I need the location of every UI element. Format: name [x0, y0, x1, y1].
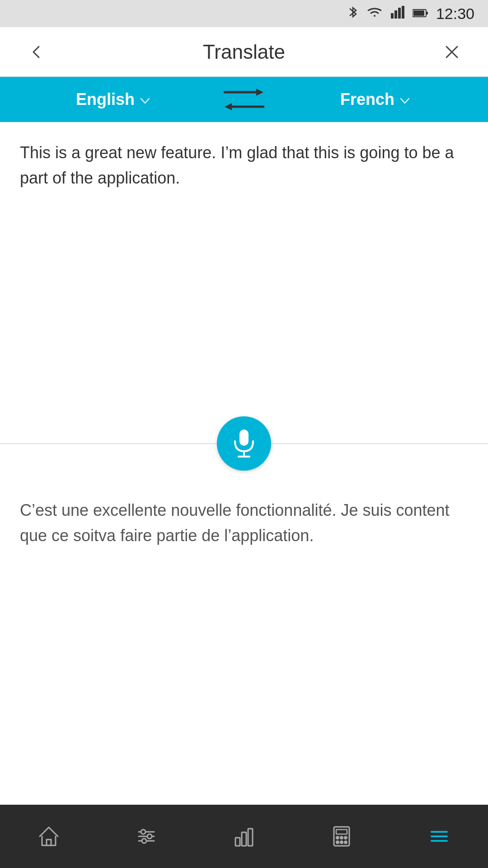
nav-item-charts[interactable]: [219, 821, 269, 852]
svg-rect-25: [235, 838, 240, 846]
target-language-chevron: [400, 93, 410, 107]
bluetooth-icon: [347, 5, 358, 23]
nav-item-calculator[interactable]: [317, 821, 366, 852]
nav-item-filters[interactable]: [122, 821, 171, 852]
status-bar: 12:30: [0, 0, 488, 27]
page-title: Translate: [54, 41, 434, 63]
svg-point-23: [147, 834, 152, 839]
svg-marker-10: [256, 89, 263, 96]
translation-text: C’est une excellente nouvelle fonctionna…: [20, 498, 468, 548]
svg-point-32: [345, 837, 347, 839]
swap-button[interactable]: [217, 88, 271, 111]
back-button[interactable]: [18, 39, 54, 65]
svg-rect-26: [242, 832, 246, 846]
target-language-selector[interactable]: French: [271, 85, 479, 113]
source-text: This is a great new feature. I’m glad th…: [20, 140, 468, 191]
svg-point-30: [337, 837, 339, 839]
status-icons: 12:30: [347, 5, 474, 23]
source-language-selector[interactable]: English: [9, 85, 217, 113]
mic-divider-section: [0, 407, 488, 480]
wifi-icon: [366, 6, 383, 22]
top-bar: Translate: [0, 27, 488, 77]
microphone-icon: [230, 428, 258, 459]
svg-rect-6: [413, 10, 424, 16]
svg-rect-0: [391, 13, 394, 19]
nav-item-menu[interactable]: [414, 821, 464, 852]
svg-point-33: [337, 841, 339, 844]
svg-rect-27: [248, 829, 253, 846]
svg-marker-12: [225, 103, 232, 110]
language-bar: English French: [0, 77, 488, 122]
bottom-nav: [0, 805, 488, 868]
svg-point-22: [141, 830, 145, 834]
svg-rect-3: [402, 6, 404, 19]
source-text-area[interactable]: This is a great new feature. I’m glad th…: [0, 122, 488, 407]
source-language-chevron: [140, 93, 150, 107]
nav-item-home[interactable]: [24, 821, 74, 852]
svg-point-34: [341, 841, 343, 844]
svg-point-35: [345, 841, 347, 844]
battery-icon: [413, 6, 428, 21]
svg-rect-29: [336, 830, 347, 834]
svg-rect-13: [239, 429, 249, 446]
svg-rect-2: [398, 8, 401, 19]
close-button[interactable]: [434, 39, 470, 65]
status-time: 12:30: [436, 5, 474, 23]
svg-point-31: [341, 837, 343, 839]
translation-area: C’est une excellente nouvelle fonctionna…: [0, 480, 488, 606]
mic-button[interactable]: [217, 416, 271, 471]
source-language-label: English: [76, 90, 135, 109]
svg-rect-1: [394, 10, 397, 19]
signal-icon: [391, 6, 404, 22]
target-language-label: French: [340, 90, 394, 109]
svg-rect-5: [426, 12, 428, 14]
svg-point-24: [142, 839, 146, 843]
